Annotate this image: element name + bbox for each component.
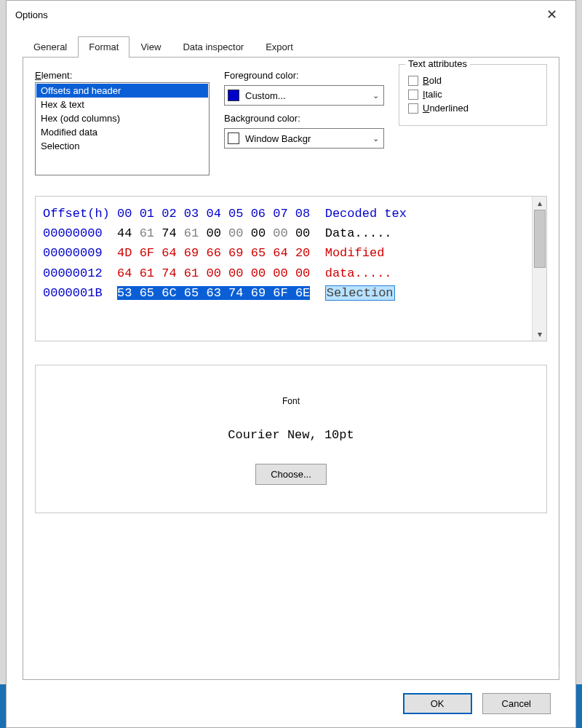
tab-format[interactable]: Format bbox=[78, 36, 129, 57]
element-column: Element: Offsets and header Hex & text H… bbox=[35, 70, 210, 175]
list-item-selection[interactable]: Selection bbox=[36, 139, 208, 153]
close-icon[interactable]: ✕ bbox=[535, 7, 568, 23]
color-swatch-blue-icon bbox=[228, 90, 239, 101]
underlined-checkbox-row[interactable]: Underlined bbox=[408, 103, 538, 114]
chevron-down-icon: ⌄ bbox=[372, 134, 379, 143]
bold-checkbox-row[interactable]: Bold bbox=[408, 75, 538, 86]
chevron-down-icon: ⌄ bbox=[372, 91, 379, 100]
background-label: Background color: bbox=[224, 113, 384, 124]
foreground-value: Custom... bbox=[245, 90, 286, 101]
tab-general[interactable]: General bbox=[23, 36, 78, 57]
preview-scrollbar[interactable]: ▴ ▾ bbox=[532, 197, 546, 341]
dialog-button-row: OK Cancel bbox=[23, 680, 559, 727]
checkbox-icon[interactable] bbox=[408, 103, 418, 114]
choose-font-button[interactable]: Choose... bbox=[255, 464, 327, 485]
cancel-button[interactable]: Cancel bbox=[482, 693, 551, 714]
text-attributes-group: Text attributes Bold Italic Underlined bbox=[399, 64, 547, 126]
hex-preview-panel: Offset(h) 00 01 02 03 04 05 06 07 08 Dec… bbox=[35, 196, 547, 341]
element-listbox[interactable]: Offsets and header Hex & text Hex (odd c… bbox=[35, 82, 210, 175]
background-value: Window Backgr bbox=[245, 133, 311, 144]
dialog-content: General Format View Data inspector Expor… bbox=[7, 28, 575, 727]
format-row-top: Element: Offsets and header Hex & text H… bbox=[35, 70, 547, 175]
font-preview-text: Courier New, 10pt bbox=[228, 428, 354, 442]
italic-checkbox-row[interactable]: Italic bbox=[408, 89, 538, 100]
preview-decoded: data..... bbox=[325, 266, 392, 280]
titlebar: Options ✕ bbox=[7, 1, 575, 28]
options-dialog: Options ✕ General Format View Data inspe… bbox=[6, 0, 576, 728]
foreground-combo[interactable]: Custom... ⌄ bbox=[224, 85, 384, 106]
scroll-up-icon[interactable]: ▴ bbox=[538, 198, 542, 208]
list-item-hex-text[interactable]: Hex & text bbox=[36, 98, 208, 111]
background-combo[interactable]: Window Backgr ⌄ bbox=[224, 128, 384, 149]
preview-offset-header: Offset(h) bbox=[43, 207, 110, 221]
hex-preview: Offset(h) 00 01 02 03 04 05 06 07 08 Dec… bbox=[36, 197, 532, 341]
underlined-label: Underlined bbox=[423, 103, 469, 114]
preview-decoded: Modified bbox=[325, 246, 385, 260]
list-item-offsets[interactable]: Offsets and header bbox=[36, 84, 208, 98]
preview-offset: 00000012 bbox=[43, 266, 103, 280]
ok-button[interactable]: OK bbox=[403, 693, 472, 714]
font-group: Font Courier New, 10pt Choose... bbox=[35, 365, 547, 513]
bold-label: Bold bbox=[423, 75, 442, 86]
preview-offset: 0000001B bbox=[43, 286, 103, 300]
tab-export[interactable]: Export bbox=[255, 36, 304, 57]
list-item-hex-odd[interactable]: Hex (odd columns) bbox=[36, 111, 208, 125]
checkbox-icon[interactable] bbox=[408, 90, 418, 100]
color-column: Foreground color: Custom... ⌄ Background… bbox=[224, 70, 384, 156]
color-swatch-white-icon bbox=[228, 132, 239, 144]
scroll-thumb[interactable] bbox=[534, 210, 546, 268]
preview-offset: 00000000 bbox=[43, 226, 103, 240]
format-tab-page: Element: Offsets and header Hex & text H… bbox=[23, 57, 559, 680]
list-item-modified[interactable]: Modified data bbox=[36, 125, 208, 139]
preview-decoded-header: Decoded tex bbox=[325, 207, 407, 221]
foreground-label: Foreground color: bbox=[224, 70, 384, 81]
preview-decoded-selection: Selection bbox=[325, 285, 395, 301]
text-attributes-legend: Text attributes bbox=[405, 58, 470, 69]
italic-label: Italic bbox=[423, 89, 442, 100]
preview-cols-header: 00 01 02 03 04 05 06 07 08 bbox=[117, 207, 310, 221]
preview-offset: 00000009 bbox=[43, 246, 103, 260]
font-legend: Font bbox=[282, 396, 300, 406]
window-title: Options bbox=[15, 9, 48, 20]
tab-strip: General Format View Data inspector Expor… bbox=[23, 36, 559, 58]
element-label: Element: bbox=[35, 70, 210, 81]
scroll-down-icon[interactable]: ▾ bbox=[538, 329, 542, 339]
tab-view[interactable]: View bbox=[129, 36, 172, 57]
text-attributes-column: Text attributes Bold Italic Underlined bbox=[399, 70, 547, 126]
tab-data-inspector[interactable]: Data inspector bbox=[172, 36, 255, 57]
preview-decoded: Data..... bbox=[325, 226, 392, 240]
checkbox-icon[interactable] bbox=[408, 76, 418, 86]
